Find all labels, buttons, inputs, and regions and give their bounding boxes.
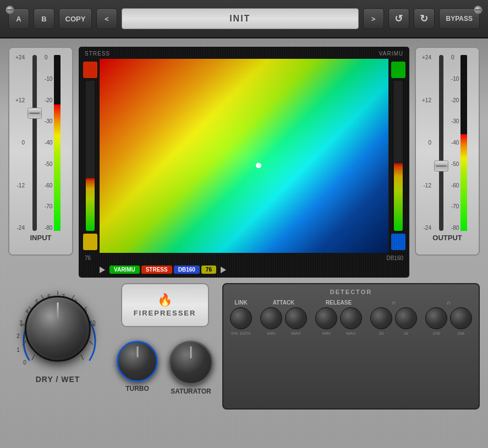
scale-num: -12 [17,183,25,189]
scale-num: +12 [422,98,431,103]
filter2-knobs [425,307,472,329]
scale-num: -50 [45,162,52,167]
filter1-min-label: 20 [370,331,392,336]
spectrum-gradient [100,59,388,253]
mode-button-76[interactable]: 76 [201,266,216,274]
scale-num: -70 [451,204,459,209]
footer-label-right: DB160 [386,255,403,261]
mode-button-varimu[interactable]: VARIMU [109,266,140,274]
turbo-saturator-section: TURBO SATURATOR [117,335,213,395]
scale-num: -40 [451,140,459,146]
attack-min-label: MIN [260,331,282,336]
filter2-min-label: 100 [425,331,447,336]
filter1-max-label: 1k [395,331,417,336]
output-fader-thumb[interactable] [434,161,448,172]
filter2-label: ∩ [447,300,451,306]
saturator-indicator [190,346,192,358]
filter1-knobs [370,307,417,329]
turbo-knob[interactable] [117,341,158,382]
varimu-indicator-blue [391,234,405,250]
release-max-knob[interactable] [340,307,362,329]
dry-wet-label: DRY / WET [36,375,80,384]
center-display: STRESS VARIMU [79,47,409,278]
dry-wet-section: 0 1 2 3 4 5 6 7 8 9 10 [8,283,107,410]
input-fader-section: +24 +12 0 -12 -24 0 - [8,47,73,256]
scale-num: -50 [451,162,459,167]
link-knob[interactable] [230,307,252,329]
saturator-knob[interactable] [169,341,213,385]
filter2-sublabels: 100 20k [425,331,472,336]
svg-line-16 [41,295,43,299]
scale-num: -30 [451,119,459,124]
svg-line-12 [32,355,35,360]
logo-box: 🔥 FIREPRESSER [121,283,209,327]
scale-num: +24 [15,55,25,60]
detector-section: DETECTOR LINK 0% 100% ATTACK [222,283,480,410]
filter2-max-knob[interactable] [450,307,472,329]
scale-num: +24 [422,55,431,60]
output-vu-meter [460,55,467,231]
link-min: 0% [231,331,238,336]
filter1-max-knob[interactable] [395,307,417,329]
redo-button[interactable]: ↻ [414,8,435,29]
copy-button[interactable]: COPY [59,8,92,29]
scale-num: -30 [45,119,52,124]
main-body: +24 +12 0 -12 -24 0 - [0,38,488,448]
svg-text:0: 0 [23,359,26,366]
bottom-meters-row: VARIMU STRESS DB160 76 [80,263,408,276]
filter1-sublabels: 20 1k [370,331,417,336]
stress-indicator-red [83,62,97,78]
varimu-meter-bar [394,81,403,231]
filter2-min-knob[interactable] [425,307,447,329]
filter1-label: ∩ [392,300,396,306]
spectrum-dot [256,163,261,168]
varimu-label: VARIMU [379,51,403,57]
attack-min-knob[interactable] [260,307,282,329]
scale-num: -20 [45,98,52,103]
next-preset-button[interactable]: > [363,8,384,29]
b-button[interactable]: B [34,8,54,29]
input-fader-inner: +24 +12 0 -12 -24 0 - [13,52,69,234]
scale-num: -60 [451,183,459,189]
link-sublabels: 0% 100% [231,331,250,336]
detector-label: DETECTOR [230,289,472,295]
input-label: INPUT [13,234,69,242]
scale-num: -70 [45,204,52,209]
input-fader-thumb[interactable] [28,108,42,119]
input-fader-track[interactable] [26,55,43,231]
stress-meter-col [80,59,100,253]
input-scale-right: 0 -10 -20 -30 -40 -50 -60 -70 -80 [45,55,52,231]
top-bar: A B COPY < INIT > ↺ ↻ BYPASS [0,0,488,38]
scale-num: 0 [451,55,454,60]
filter1-min-knob[interactable] [370,307,392,329]
saturator-group: SATURATOR [169,341,213,395]
scale-num: -10 [451,76,459,82]
output-fader-inner: +24 +12 0 -12 -24 0 - [419,52,475,234]
output-scale-left: +24 +12 0 -12 -24 [422,55,431,231]
mode-button-stress[interactable]: STRESS [141,266,172,274]
top-section: +24 +12 0 -12 -24 0 - [8,47,480,278]
prev-preset-button[interactable]: < [96,8,117,29]
bottom-section: 0 1 2 3 4 5 6 7 8 9 10 [8,283,480,410]
filter2-group: ∩ 100 20k [425,300,472,336]
scale-num: 0 [45,55,48,60]
scale-num: -24 [17,225,25,231]
scale-num: -40 [45,140,52,146]
attack-max-knob[interactable] [285,307,307,329]
release-knobs [315,307,362,329]
output-fader-track[interactable] [433,55,449,231]
turbo-indicator [136,346,138,357]
dry-wet-knob[interactable] [25,296,91,362]
play-right-button[interactable] [221,267,226,273]
play-button[interactable] [100,267,105,273]
display-inner [80,59,408,253]
mode-button-db160[interactable]: DB160 [174,266,200,274]
filter1-group: ∩ 20 1k [370,300,417,336]
undo-button[interactable]: ↺ [388,8,409,29]
attack-label: ATTACK [273,300,295,306]
scale-num: -20 [451,98,459,103]
svg-text:2: 2 [17,333,20,339]
plugin-container: A B COPY < INIT > ↺ ↻ BYPASS +24 +12 0 -… [0,0,488,448]
stress-bar-fill [86,178,95,231]
release-min-knob[interactable] [315,307,337,329]
